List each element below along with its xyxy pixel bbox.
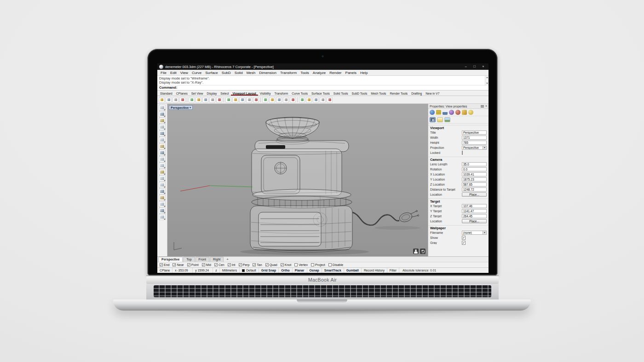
copy-object-icon[interactable] (269, 97, 275, 103)
move-icon[interactable] (262, 97, 268, 103)
tab-solid-tools[interactable]: Solid Tools (332, 91, 350, 96)
checkbox[interactable]: ✓ (202, 263, 205, 266)
menu-mesh[interactable]: Mesh (245, 71, 258, 75)
status-grid-snap[interactable]: Grid Snap (259, 268, 279, 273)
viewport-tab-front[interactable]: Front (196, 257, 209, 262)
viewport-properties-icon[interactable] (430, 117, 436, 122)
zoom-extents-icon[interactable] (246, 97, 252, 103)
osnap-project[interactable]: Project (311, 263, 325, 266)
menu-curve[interactable]: Curve (190, 71, 203, 75)
tab-viewport-layout[interactable]: Viewport Layout (231, 91, 258, 96)
paste-icon[interactable] (202, 97, 208, 103)
osnap-disable[interactable]: Disable (328, 263, 343, 266)
display-panel-icon[interactable] (443, 110, 448, 115)
rotate-view-icon[interactable] (253, 97, 259, 103)
undo-icon[interactable] (209, 97, 215, 103)
osnap-knot[interactable]: ✓Knot (281, 263, 291, 266)
y-target-field[interactable]: 1141.47 (462, 209, 487, 213)
extrude-icon[interactable] (159, 201, 166, 207)
title-field[interactable]: Perspective (462, 130, 487, 135)
viewport-tab-top[interactable]: Top (183, 257, 195, 262)
point-icon[interactable] (159, 111, 166, 117)
command-history-scrollbar[interactable] (485, 76, 489, 85)
status-record-history[interactable]: Record History (362, 268, 387, 273)
group-icon[interactable] (327, 97, 333, 103)
checkbox[interactable]: ✓ (239, 263, 242, 266)
viewport-tab-perspective[interactable]: Perspective (158, 257, 183, 262)
wallpaper-filename-select[interactable]: (none) (462, 231, 487, 235)
osnap-point[interactable]: ✓Point (187, 263, 199, 266)
osnap-int[interactable]: ✓Int (228, 263, 236, 266)
trim-icon[interactable] (306, 97, 312, 103)
box-icon[interactable] (159, 182, 166, 188)
status-smarttrack[interactable]: SmartTrack (322, 268, 344, 273)
help-panel-icon[interactable] (449, 110, 454, 115)
menu-subd[interactable]: SubD (220, 71, 233, 75)
osnap-mid[interactable]: ✓Mid (202, 263, 211, 266)
menu-render[interactable]: Render (328, 71, 343, 75)
status-filter[interactable]: Filter (387, 268, 399, 273)
locked-checkbox[interactable] (462, 151, 463, 155)
light-properties-icon[interactable] (437, 117, 443, 122)
menu-surface[interactable]: Surface (203, 71, 220, 75)
tab-set-view[interactable]: Set View (190, 91, 205, 96)
tab-mesh-tools[interactable]: Mesh Tools (369, 91, 388, 96)
copy-icon[interactable] (196, 97, 201, 103)
cut-icon[interactable] (189, 97, 195, 103)
pan-icon[interactable] (232, 97, 238, 103)
menu-tools[interactable]: Tools (299, 71, 311, 75)
close-button[interactable]: × (480, 63, 487, 70)
rotation-field[interactable]: 0.0 (462, 167, 487, 171)
viewport-title-dropdown[interactable]: Perspective ▾ (169, 105, 193, 110)
z-target-field[interactable]: 264.45 (462, 214, 487, 218)
menu-analyze[interactable]: Analyze (311, 71, 328, 75)
checkbox[interactable]: ✓ (281, 263, 284, 266)
menu-view[interactable]: View (178, 71, 190, 75)
text-icon[interactable] (159, 163, 166, 169)
menu-dimension[interactable]: Dimension (257, 71, 278, 75)
new-file-icon[interactable] (159, 97, 165, 103)
rotate-view-icon[interactable] (420, 249, 426, 254)
tab-select[interactable]: Select (218, 91, 230, 96)
checkbox[interactable] (328, 263, 332, 266)
circle-icon[interactable] (159, 130, 166, 136)
polyline-icon[interactable] (159, 118, 166, 124)
perspective-viewport[interactable]: Perspective ▾ (167, 104, 428, 256)
properties-panel-icon[interactable] (430, 110, 435, 115)
panel-menu-icon[interactable] (481, 106, 484, 107)
checkbox[interactable]: ✓ (265, 263, 269, 266)
checkbox[interactable] (294, 263, 298, 266)
scroll-up-icon[interactable] (486, 77, 488, 78)
tab-drafting[interactable]: Drafting (409, 91, 424, 96)
scroll-down-icon[interactable] (486, 83, 488, 84)
curve-icon[interactable] (159, 124, 166, 130)
sun-panel-icon[interactable] (468, 110, 473, 115)
dimension-icon[interactable] (159, 214, 166, 220)
checkbox[interactable]: ✓ (160, 263, 163, 266)
distance-to-target-field[interactable]: 1248.72 (462, 187, 487, 192)
checkbox[interactable]: ✓ (253, 263, 256, 266)
menu-help[interactable]: Help (358, 71, 369, 75)
wallpaper-gray-checkbox[interactable]: ✓ (462, 241, 466, 245)
tab-subd-tools[interactable]: SubD Tools (350, 91, 369, 96)
tab-display[interactable]: Display (205, 91, 219, 96)
tab-new-in-v7[interactable]: New in V7 (424, 91, 441, 96)
status-osnap[interactable]: Osnap (307, 268, 322, 273)
osnap-near[interactable]: ✓Near (172, 263, 184, 266)
checkbox[interactable]: ✓ (214, 263, 218, 266)
checkbox[interactable]: ✓ (187, 263, 190, 266)
tab-cplanes[interactable]: CPlanes (174, 91, 190, 96)
layers-panel-icon[interactable] (436, 110, 441, 115)
split-icon[interactable] (313, 97, 319, 103)
x-location-field[interactable]: 1039.41 (462, 172, 487, 176)
status-units[interactable]: Millimeters (220, 268, 240, 273)
point-cloud-icon[interactable] (159, 169, 166, 175)
menu-solid[interactable]: Solid (233, 71, 245, 75)
ellipse-icon[interactable] (159, 143, 166, 149)
save-icon[interactable] (172, 97, 178, 103)
tab-surface-tools[interactable]: Surface Tools (310, 91, 332, 96)
wallpaper-properties-icon[interactable] (444, 117, 450, 122)
zoom-window-icon[interactable] (239, 97, 245, 103)
select-icon[interactable] (225, 97, 231, 103)
maximize-button[interactable]: □ (471, 63, 478, 70)
